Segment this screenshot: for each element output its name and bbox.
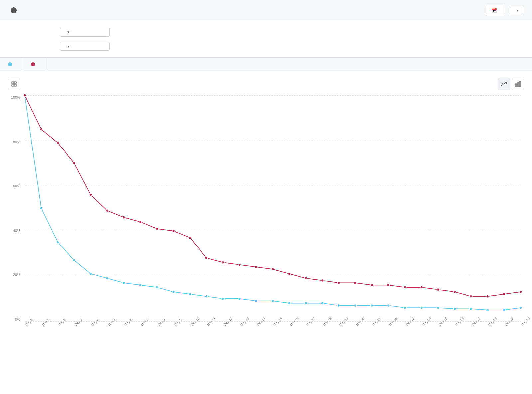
svg-point-64 — [437, 288, 439, 291]
returning-action-chevron-icon: ▼ — [67, 45, 70, 48]
chart-container: 100% 80% 60% 40% 20% 0% — [0, 71, 532, 341]
y-label-60: 60% — [13, 184, 20, 188]
svg-point-35 — [470, 308, 472, 310]
y-label-40: 40% — [13, 229, 20, 233]
filters-section: ▼ ▼ — [0, 21, 532, 58]
svg-point-63 — [420, 286, 423, 289]
svg-point-9 — [40, 207, 43, 210]
svg-point-62 — [404, 286, 406, 289]
page: 📅 ▼ ▼ ▼ — [0, 0, 532, 394]
calendar-icon: 📅 — [491, 8, 497, 13]
svg-point-10 — [56, 241, 59, 244]
line-chart-icon — [501, 81, 507, 87]
svg-point-50 — [205, 257, 208, 259]
granularity-button[interactable]: ▼ — [509, 6, 524, 15]
download-icon — [11, 81, 17, 87]
start-action-row: ▼ — [8, 28, 524, 37]
svg-point-24 — [288, 302, 291, 305]
svg-point-46 — [139, 221, 142, 223]
start-action-chevron-icon: ▼ — [67, 30, 70, 34]
svg-point-27 — [337, 304, 340, 307]
svg-point-17 — [172, 291, 175, 293]
svg-point-18 — [189, 293, 191, 295]
svg-point-15 — [139, 284, 142, 286]
header: 📅 ▼ — [0, 0, 532, 21]
svg-point-56 — [304, 277, 307, 280]
date-range-button[interactable]: 📅 — [486, 5, 505, 16]
svg-rect-2 — [12, 84, 14, 86]
svg-point-30 — [387, 304, 390, 307]
svg-point-68 — [503, 293, 505, 295]
svg-rect-3 — [14, 84, 16, 86]
all-users-dot — [8, 62, 12, 66]
svg-point-48 — [172, 230, 175, 232]
svg-point-33 — [437, 306, 439, 309]
svg-point-29 — [370, 304, 373, 307]
y-axis: 100% 80% 60% 40% 20% 0% — [8, 95, 23, 321]
chart-inner — [25, 95, 521, 321]
svg-point-13 — [106, 277, 109, 280]
svg-point-22 — [255, 300, 257, 302]
svg-point-53 — [255, 266, 257, 268]
svg-point-52 — [238, 263, 241, 266]
svg-point-12 — [89, 272, 92, 275]
svg-rect-6 — [517, 82, 519, 87]
x-label: Day 30 — [521, 317, 531, 327]
page-title — [8, 7, 17, 13]
svg-point-49 — [189, 236, 191, 239]
svg-point-45 — [122, 216, 125, 219]
segment-favorite-songs[interactable] — [23, 58, 46, 71]
chart-toolbar — [8, 78, 524, 90]
svg-point-36 — [486, 309, 489, 311]
chart-area: 100% 80% 60% 40% 20% 0% — [8, 95, 524, 335]
svg-rect-1 — [14, 82, 16, 84]
svg-point-21 — [238, 297, 241, 300]
svg-point-58 — [337, 281, 340, 284]
svg-point-39 — [23, 94, 26, 97]
bar-chart-icon — [515, 81, 521, 87]
svg-point-59 — [354, 281, 357, 284]
svg-point-42 — [73, 162, 75, 164]
y-label-0: 0% — [15, 317, 20, 321]
y-label-100: 100% — [11, 95, 20, 99]
svg-point-67 — [486, 295, 489, 298]
info-icon[interactable] — [11, 7, 17, 13]
svg-point-54 — [271, 268, 274, 271]
svg-point-4 — [506, 83, 507, 84]
start-action-select[interactable]: ▼ — [60, 28, 110, 37]
svg-point-69 — [519, 291, 522, 293]
segments-bar — [0, 58, 532, 71]
svg-point-47 — [156, 227, 158, 230]
download-button[interactable] — [8, 78, 20, 90]
returning-action-row: ▼ — [8, 42, 524, 51]
svg-point-16 — [156, 286, 158, 289]
returning-action-select[interactable]: ▼ — [60, 42, 110, 51]
svg-point-51 — [222, 261, 224, 264]
chart-view-buttons — [498, 78, 524, 90]
header-controls: 📅 ▼ — [486, 5, 524, 16]
favorite-songs-dot — [31, 62, 35, 66]
svg-point-20 — [222, 297, 224, 300]
y-label-80: 80% — [13, 140, 20, 144]
bar-chart-button[interactable] — [512, 78, 524, 90]
svg-point-34 — [453, 308, 456, 310]
svg-point-60 — [370, 284, 373, 286]
svg-point-23 — [271, 300, 274, 302]
line-chart-button[interactable] — [498, 78, 510, 90]
svg-point-43 — [89, 193, 92, 196]
svg-rect-0 — [12, 82, 14, 84]
x-axis: Day 0Day 1Day 2Day 3Day 4Day 5Day 6Day 7… — [25, 321, 521, 335]
segment-all-users[interactable] — [0, 58, 23, 71]
svg-point-11 — [73, 259, 75, 261]
svg-point-55 — [288, 272, 291, 275]
svg-point-31 — [404, 306, 406, 309]
svg-point-57 — [321, 279, 324, 282]
chevron-down-icon: ▼ — [516, 9, 519, 12]
svg-point-44 — [106, 209, 109, 212]
svg-rect-5 — [515, 84, 517, 87]
svg-point-28 — [354, 304, 357, 307]
svg-point-32 — [420, 306, 423, 309]
svg-point-65 — [453, 291, 456, 293]
svg-rect-7 — [519, 81, 521, 87]
svg-point-19 — [205, 295, 208, 298]
